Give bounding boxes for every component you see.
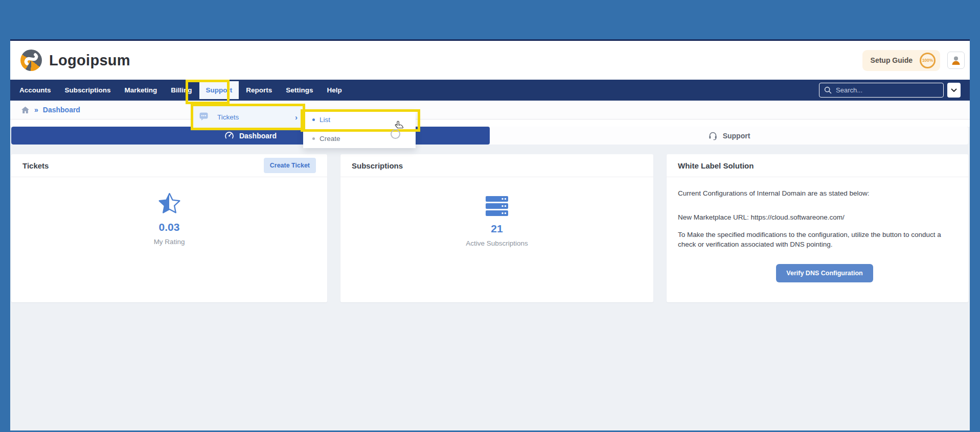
search-input[interactable] (836, 86, 928, 94)
breadcrumb: » Dashboard (10, 101, 970, 119)
active-subscriptions-label: Active Subscriptions (340, 239, 653, 247)
logo[interactable]: Logoipsum (20, 50, 130, 71)
tickets-card: Tickets Create Ticket 0.03 (11, 154, 327, 302)
main-navbar: Accounts Subscriptions Marketing Billing… (10, 80, 970, 101)
white-label-card-title: White Label Solution (678, 161, 754, 170)
home-icon[interactable] (21, 106, 30, 114)
verify-dns-button[interactable]: Verify DNS Configuration (776, 264, 873, 282)
submenu-create-label: Create (320, 135, 340, 142)
wls-instructions-text: To Make the specified modifications to t… (678, 230, 957, 250)
support-menu-tickets-item[interactable]: Tickets › (191, 104, 305, 130)
nav-item-marketing[interactable]: Marketing (125, 86, 157, 94)
logo-text: Logoipsum (49, 52, 130, 69)
search-icon (824, 86, 832, 94)
bullet-icon (312, 118, 315, 121)
tickets-menu-label: Tickets (217, 113, 239, 121)
star-half-icon (157, 193, 181, 215)
setup-guide-label: Setup Guide (871, 56, 913, 64)
tickets-submenu: List Create (303, 110, 416, 148)
create-ticket-button[interactable]: Create Ticket (264, 158, 316, 173)
my-rating-value: 0.03 (11, 221, 327, 233)
tickets-card-title: Tickets (22, 161, 49, 170)
breadcrumb-current[interactable]: Dashboard (43, 106, 80, 114)
page-content: Dashboard Support Tickets Create Ticket (10, 127, 970, 430)
tab-bar: Dashboard Support (11, 127, 968, 145)
tab-support-label: Support (723, 132, 750, 140)
nav-item-accounts[interactable]: Accounts (19, 86, 51, 94)
nav-item-billing[interactable]: Billing (171, 86, 192, 94)
nav-item-reports[interactable]: Reports (246, 86, 272, 94)
nav-item-settings[interactable]: Settings (286, 86, 313, 94)
setup-guide-button[interactable]: Setup Guide 100% (862, 50, 940, 71)
tickets-chat-icon (199, 112, 210, 122)
server-stack-icon (485, 196, 509, 217)
dashboard-gauge-icon (224, 131, 234, 140)
user-icon (950, 55, 962, 66)
subscriptions-card-title: Subscriptions (352, 161, 403, 170)
my-rating-label: My Rating (11, 238, 327, 246)
chevron-down-icon (951, 88, 957, 92)
logo-icon (20, 50, 42, 71)
tab-dashboard-label: Dashboard (239, 132, 277, 140)
nav-item-help[interactable]: Help (327, 86, 342, 94)
breadcrumb-separator: » (34, 106, 38, 114)
bullet-icon (312, 137, 315, 140)
active-subscriptions-value: 21 (340, 223, 653, 235)
wls-marketplace-url: New Marketplace URL: https://cloud.softw… (678, 213, 957, 223)
submenu-list-label: List (320, 116, 330, 124)
headset-icon (708, 131, 718, 140)
setup-progress-badge: 100% (920, 53, 936, 68)
nav-dropdown-button[interactable] (947, 83, 961, 98)
subscriptions-card: Subscriptions 21 Active Subscriptions (340, 154, 653, 302)
white-label-card: White Label Solution Current Configurati… (667, 154, 968, 302)
chevron-right-icon: › (295, 113, 298, 122)
wls-config-text: Current Configurations of Internal Domai… (678, 189, 957, 199)
search-box[interactable] (819, 83, 944, 98)
nav-item-support[interactable]: Support (199, 81, 239, 99)
submenu-item-list[interactable]: List (303, 110, 416, 129)
app-window: Logoipsum Setup Guide 100% Accounts Subs… (10, 39, 970, 422)
user-avatar-button[interactable] (947, 52, 965, 69)
submenu-item-create[interactable]: Create (303, 129, 416, 148)
nav-item-subscriptions[interactable]: Subscriptions (65, 86, 111, 94)
tab-support[interactable]: Support (490, 127, 968, 145)
header: Logoipsum Setup Guide 100% (10, 41, 970, 80)
